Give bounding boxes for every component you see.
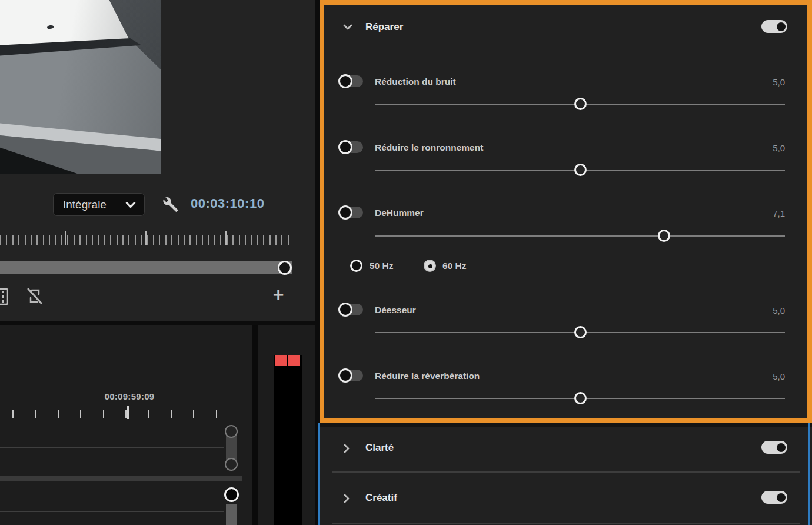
toggle-knob <box>338 140 352 154</box>
clip-indicator-right[interactable] <box>288 355 300 366</box>
audio-meter-bar <box>274 355 302 525</box>
creative-section-title[interactable]: Créatif <box>365 492 397 504</box>
timeline-panel <box>0 325 252 525</box>
track-divider <box>0 447 224 448</box>
zoom-level-value: Intégrale <box>63 198 107 211</box>
scrollbar-handle-top[interactable] <box>225 425 238 438</box>
timeline-ruler[interactable] <box>2 410 224 418</box>
toggle-knob <box>338 368 352 383</box>
linked-selection-off-icon[interactable] <box>26 287 44 305</box>
toggle-knob <box>338 205 352 220</box>
toggle-knob <box>777 493 786 502</box>
dereverb-label: Réduire la réverbération <box>375 371 480 381</box>
clarity-expand-chevron-right-icon[interactable] <box>341 443 352 454</box>
rumble-reduction-toggle[interactable] <box>340 141 363 153</box>
slider-thumb[interactable] <box>574 164 587 176</box>
dereverb-slider[interactable] <box>375 392 785 404</box>
toggle-knob <box>338 303 352 317</box>
dereverb-value[interactable]: 5,0 <box>726 371 785 381</box>
program-monitor-panel: Intégrale 00:03:10:10 <box>0 0 315 325</box>
noise-reduction-toggle[interactable] <box>340 75 363 87</box>
timeline-playhead-tick <box>127 406 129 419</box>
track-scrollbar-knob[interactable] <box>224 487 239 502</box>
track-divider <box>0 511 224 512</box>
slider-thumb[interactable] <box>574 326 587 338</box>
repair-collapse-chevron-down-icon[interactable] <box>342 21 354 33</box>
slider-thumb[interactable] <box>574 392 587 404</box>
deesser-label: Déesseur <box>375 305 416 315</box>
dehummer-slider[interactable] <box>375 230 785 242</box>
timeline-vertical-scrollbar-lower[interactable] <box>226 504 237 525</box>
rumble-reduction-value[interactable]: 5,0 <box>726 143 785 153</box>
section-divider <box>332 471 800 473</box>
filmstrip-icon[interactable] <box>0 288 8 305</box>
scrollbar-handle-bottom[interactable] <box>225 458 238 471</box>
ruler-major-tick <box>225 231 227 245</box>
premiere-pro-app: Intégrale 00:03:10:10 <box>0 0 812 525</box>
slider-thumb[interactable] <box>574 98 587 110</box>
freq-50hz-radio[interactable] <box>350 260 362 272</box>
slider-track <box>375 235 785 237</box>
panel-focus-border-right <box>808 423 810 525</box>
repair-section-title[interactable]: Réparer <box>365 21 403 33</box>
monitor-zoom-scrollbar-handle[interactable] <box>278 261 292 275</box>
zoom-level-dropdown[interactable]: Intégrale <box>53 193 145 216</box>
deesser-value[interactable]: 5,0 <box>726 305 785 315</box>
toggle-knob <box>777 22 786 31</box>
timeline-horizontal-scrollbar[interactable] <box>0 476 242 481</box>
toggle-knob <box>338 74 352 88</box>
slider-thumb[interactable] <box>658 230 670 242</box>
panel-divider-horizontal[interactable] <box>0 321 320 325</box>
panel-divider-vertical[interactable] <box>252 325 258 525</box>
ruler-major-tick <box>145 231 147 245</box>
section-divider <box>332 523 800 524</box>
dehummer-label: DeHummer <box>375 208 424 218</box>
noise-reduction-label: Réduction du bruit <box>375 77 456 87</box>
add-track-button[interactable]: + <box>270 287 287 303</box>
noise-reduction-slider[interactable] <box>375 98 785 110</box>
clarity-section-title[interactable]: Clarté <box>365 442 394 454</box>
program-timecode: 00:03:10:10 <box>191 196 264 211</box>
clarity-toggle[interactable] <box>761 441 787 454</box>
repair-toggle[interactable] <box>761 20 787 33</box>
toggle-knob <box>777 443 786 452</box>
radio-dot <box>428 264 432 268</box>
rumble-reduction-label: Réduire le ronronnement <box>375 142 483 153</box>
deesser-slider[interactable] <box>375 326 785 338</box>
rumble-reduction-slider[interactable] <box>375 164 785 176</box>
section-gap <box>320 423 812 427</box>
wrench-icon[interactable] <box>159 194 179 215</box>
video-preview <box>0 0 161 174</box>
deesser-toggle[interactable] <box>340 304 363 315</box>
timeline-timecode: 00:09:59:09 <box>88 391 171 401</box>
freq-60hz-label[interactable]: 60 Hz <box>442 261 467 271</box>
monitor-zoom-scrollbar[interactable] <box>0 261 292 274</box>
noise-reduction-value[interactable]: 5,0 <box>726 77 785 87</box>
creative-toggle[interactable] <box>761 491 787 504</box>
clip-indicator-left[interactable] <box>275 355 287 366</box>
chevron-down-icon <box>124 198 137 211</box>
panel-focus-border-left <box>318 423 320 525</box>
dehummer-toggle[interactable] <box>340 207 363 218</box>
dereverb-toggle[interactable] <box>340 370 363 381</box>
ruler-major-tick <box>65 231 66 245</box>
freq-50hz-label[interactable]: 50 Hz <box>370 261 394 271</box>
dehummer-value[interactable]: 7,1 <box>726 208 785 218</box>
creative-expand-chevron-right-icon[interactable] <box>341 493 352 504</box>
freq-60hz-radio[interactable] <box>424 260 436 272</box>
